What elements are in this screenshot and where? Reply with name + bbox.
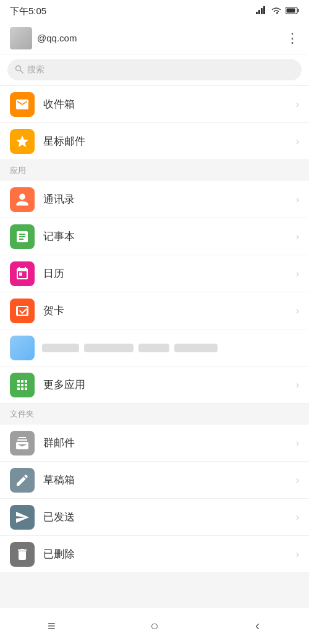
- inbox-item[interactable]: 收件箱 ›: [0, 86, 309, 123]
- nav-home-button[interactable]: ○: [136, 614, 173, 638]
- trash-chevron: ›: [296, 549, 299, 560]
- trash-item[interactable]: 已删除 ›: [0, 536, 309, 573]
- status-time: 下午5:05: [10, 6, 46, 17]
- drafts-label: 草稿箱: [43, 473, 296, 487]
- notes-item[interactable]: 记事本 ›: [0, 218, 309, 255]
- sent-chevron: ›: [296, 512, 299, 523]
- nav-back-button[interactable]: ‹: [239, 614, 276, 638]
- notes-chevron: ›: [296, 231, 299, 242]
- starred-chevron: ›: [296, 136, 299, 147]
- section-folder-label: 文件夹: [10, 409, 34, 420]
- contacts-item[interactable]: 通讯录 ›: [0, 181, 309, 218]
- blur-block-2: [84, 344, 133, 352]
- calendar-label: 日历: [43, 266, 296, 281]
- blurred-ad-row: [0, 329, 309, 366]
- more-button[interactable]: ⋮: [286, 30, 299, 46]
- svg-rect-0: [256, 12, 258, 14]
- bottom-nav: ≡ ○ ‹: [0, 607, 309, 644]
- more-apps-item[interactable]: 更多应用 ›: [0, 366, 309, 404]
- group-mail-icon: [10, 431, 35, 455]
- drafts-item[interactable]: 草稿箱 ›: [0, 462, 309, 499]
- nav-menu-button[interactable]: ≡: [33, 614, 70, 638]
- starred-icon: [10, 129, 35, 154]
- section-apps: 应用: [0, 160, 309, 181]
- status-bar: 下午5:05: [0, 0, 309, 22]
- svg-line-8: [20, 70, 23, 72]
- contacts-chevron: ›: [296, 194, 299, 205]
- contacts-label: 通讯录: [43, 192, 296, 206]
- greeting-icon: [10, 299, 35, 323]
- svg-rect-2: [261, 8, 263, 14]
- wifi-icon: [271, 6, 282, 17]
- inbox-chevron: ›: [296, 99, 299, 110]
- blur-block-3: [138, 344, 169, 352]
- back-icon: ‹: [255, 618, 260, 634]
- section-folder: 文件夹: [0, 404, 309, 425]
- calendar-item[interactable]: 日历 ›: [0, 255, 309, 292]
- status-icons: [256, 6, 299, 17]
- inbox-icon: [10, 92, 35, 117]
- search-input[interactable]: 搜索: [7, 59, 302, 80]
- search-bar-container: 搜索: [0, 54, 309, 86]
- section-apps-label: 应用: [10, 165, 26, 176]
- battery-icon: [286, 7, 299, 16]
- apps-menu-list: 通讯录 › 记事本 › 日历 › 贺卡 ›: [0, 181, 309, 404]
- drafts-chevron: ›: [296, 475, 299, 486]
- search-icon: [15, 65, 23, 75]
- svg-rect-6: [287, 8, 295, 12]
- blur-icon: [10, 336, 35, 360]
- more-apps-icon: [10, 373, 35, 397]
- contacts-icon: [10, 187, 35, 212]
- main-menu-list: 收件箱 › 星标邮件 ›: [0, 86, 309, 160]
- greeting-chevron: ›: [296, 305, 299, 316]
- group-mail-label: 群邮件: [43, 436, 296, 450]
- notes-label: 记事本: [43, 229, 296, 244]
- starred-label: 星标邮件: [43, 134, 296, 148]
- greeting-item[interactable]: 贺卡 ›: [0, 292, 309, 329]
- svg-rect-1: [258, 10, 260, 14]
- group-mail-item[interactable]: 群邮件 ›: [0, 425, 309, 462]
- signal-icon: [256, 6, 267, 16]
- drafts-icon: [10, 468, 35, 493]
- blur-text-area: [42, 344, 299, 352]
- home-icon: ○: [150, 618, 158, 634]
- starred-item[interactable]: 星标邮件 ›: [0, 123, 309, 160]
- trash-label: 已删除: [43, 547, 296, 561]
- inbox-label: 收件箱: [43, 97, 296, 111]
- sent-item[interactable]: 已发送 ›: [0, 499, 309, 536]
- blur-block-1: [42, 344, 79, 352]
- group-mail-chevron: ›: [296, 438, 299, 449]
- notes-icon: [10, 224, 35, 249]
- sent-label: 已发送: [43, 510, 296, 524]
- email-display: @qq.com: [37, 33, 77, 43]
- calendar-icon: [10, 261, 35, 286]
- more-apps-label: 更多应用: [43, 378, 296, 392]
- calendar-chevron: ›: [296, 268, 299, 279]
- header: @qq.com ⋮: [0, 22, 309, 54]
- svg-rect-3: [263, 6, 265, 14]
- greeting-label: 贺卡: [43, 303, 296, 318]
- trash-icon: [10, 542, 35, 567]
- sent-icon: [10, 505, 35, 530]
- svg-rect-5: [298, 9, 299, 12]
- avatar: [10, 27, 32, 49]
- folder-menu-list: 群邮件 › 草稿箱 › 已发送 › 已删除 ›: [0, 425, 309, 573]
- menu-icon: ≡: [48, 618, 56, 634]
- blur-block-4: [174, 344, 218, 352]
- account-area[interactable]: @qq.com: [10, 27, 286, 49]
- search-placeholder: 搜索: [27, 64, 44, 75]
- more-apps-chevron: ›: [296, 379, 299, 391]
